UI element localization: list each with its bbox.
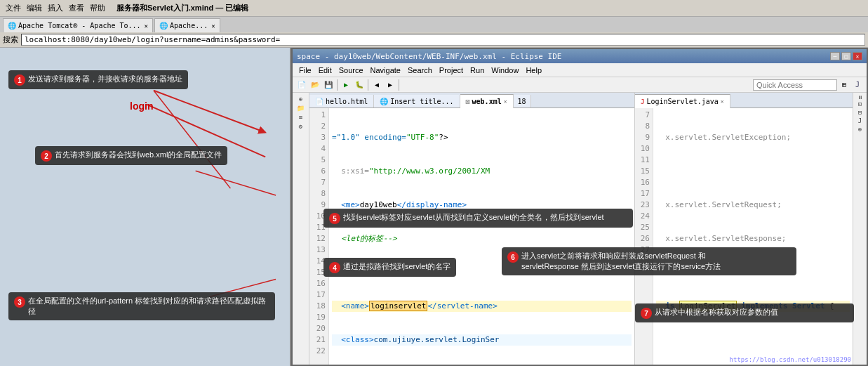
toolbar-debug-btn[interactable]: 🐛 [353,79,366,91]
servlet-code[interactable]: 78910 11 15 1617 232425 2627 x.servlet.S… [635,108,853,365]
editor-tabs-left: 📄 hello.html 🌐 Insert title... ⊠ web.xml… [309,93,634,108]
right-icon-2[interactable]: ⊡ [858,100,862,107]
right-icon-3[interactable]: ⊟ [858,109,862,116]
tab-webxml-active[interactable]: ⊠ web.xml ✕ [460,94,514,108]
eclipse-title-text: space - day10web/WebContent/WEB-INF/web.… [297,52,562,61]
eclipse-menu-window[interactable]: Window [488,65,522,75]
eclipse-titlebar: space - day10web/WebContent/WEB-INF/web.… [293,49,867,63]
browser-tab-tomcat1[interactable]: 🌐 Apache Tomcat® - Apache To... ✕ [3,18,153,32]
tab-icon-tomcat1: 🌐 [8,22,16,30]
toolbar-sep-1 [337,79,338,91]
xmind-tab: 服务器和Servlet入门.xmind — 已编辑 [114,3,251,13]
tab-xml-icon: ⊠ [466,98,470,105]
eclipse-menu-source[interactable]: Source [335,65,367,75]
editor-webxml: 📄 hello.html 🌐 Insert title... ⊠ web.xml… [309,93,635,365]
webxml-code-content[interactable]: ="1.0" encoding="UTF-8"?> s:xsi="http://… [329,108,634,365]
editor-servlet: J LoginServlet.java ✕ 78910 11 15 1617 2… [635,93,853,365]
eclipse-menu-run[interactable]: Run [467,65,488,75]
tab-insert-title[interactable]: 🌐 Insert title... [374,95,460,107]
toolbar-new-btn[interactable]: 📄 [295,79,308,91]
right-icon-1[interactable]: ≡ [857,96,864,99]
svg-line-1 [154,91,230,188]
menu-help[interactable]: 帮助 [87,3,108,13]
gutter-icon-4[interactable]: ⚙ [299,123,302,130]
eclipse-left-gutter: ⊕ 📁 ≡ ⚙ [293,93,309,365]
eclipse-menubar: File Edit Source Navigate Search Project… [293,63,867,77]
right-icon-5[interactable]: ⊕ [858,126,862,133]
eclipse-menu-file[interactable]: File [295,65,315,75]
eclipse-toolbar-1: 📄 📂 💾 ▶ 🐛 ◀ ▶ ⊞ J [293,77,867,93]
tab-close-tomcat2[interactable]: ✕ [211,22,215,30]
eclipse-minimize-btn[interactable]: ─ [830,52,840,60]
right-icon-4[interactable]: J [858,117,862,124]
browser-tab-tomcat2[interactable]: 🌐 Apache... ✕ [154,18,220,32]
login-label: login [130,100,153,112]
toolbar-open-btn[interactable]: 📂 [309,79,321,91]
quick-access-input[interactable] [753,79,837,91]
annotation-bubble-6: 6 进入servlet之前将请求和响应封装成servletRequest 和se… [502,247,796,275]
svg-line-3 [196,171,276,195]
gutter-icon-3[interactable]: ≡ [299,114,302,121]
menu-view[interactable]: 查看 [66,3,87,13]
eclipse-menu-help[interactable]: Help [522,65,545,75]
line-numbers-right: 78910 11 15 1617 232425 2627 [635,108,653,365]
search-label: 搜索 [3,34,18,45]
eclipse-maximize-btn[interactable]: □ [841,52,851,60]
line-numbers-left: 12345 678910 1112131415 1617181920 2122 [309,108,329,365]
eclipse-menu-navigate[interactable]: Navigate [367,65,404,75]
annotation-bubble-4: 4 通过是拟路径找到servlet的名字 [323,258,456,277]
tab-java-icon: J [641,98,644,105]
webxml-code[interactable]: 12345 678910 1112131415 1617181920 2122 … [309,108,634,365]
tab-html-icon: 📄 [315,98,323,105]
tab-label-tomcat2: Apache... [170,22,208,30]
tab-web-icon: 🌐 [380,98,388,105]
toolbar-back-btn[interactable]: ◀ [370,79,383,91]
svg-line-0 [154,91,265,133]
menu-insert[interactable]: 插入 [45,3,66,13]
toolbar-forward-btn[interactable]: ▶ [384,79,396,91]
eclipse-menu-project[interactable]: Project [436,65,467,75]
toolbar-sep-3 [399,79,399,91]
tab-xml-close[interactable]: ✕ [504,98,507,105]
annotation-bubble-3: 3 在全局配置的文件的url-pattern 标签找到对应的和请求路径匹配虚拟路… [8,292,275,320]
tab-loginservlet-active[interactable]: J LoginServlet.java ✕ [635,94,730,108]
annotation-bubble-2: 2 首先请求到服务器会找到web.xml的全局配置文件 [35,146,227,165]
toolbar-run-btn[interactable]: ▶ [340,79,352,91]
eclipse-menu-search[interactable]: Search [404,65,436,75]
toolbar-save-btn[interactable]: 💾 [322,79,335,91]
toolbar-perspective-btns[interactable]: ⊞ [838,79,850,91]
eclipse-close-btn[interactable]: ✕ [853,52,862,60]
editor-tabs-right: J LoginServlet.java ✕ [635,93,853,108]
annotation-bubble-7: 7 从请求中根据名称获取对应参数的值 [635,303,854,322]
address-bar[interactable] [21,34,865,46]
gutter-icon-2[interactable]: 📁 [297,105,305,112]
tab-close-tomcat1[interactable]: ✕ [145,22,148,30]
eclipse-window: space - day10web/WebContent/WEB-INF/web.… [291,48,868,366]
annotation-panel: 1 发送请求到服务器，并接收请求的服务器地址 login 2 首先请求到服务器会… [0,48,291,366]
tab-icon-tomcat2: 🌐 [159,22,168,30]
watermark: https://blog.csdn.net/u013018290 [730,356,851,363]
eclipse-right-icons: ≡ ⊡ ⊟ J ⊕ [853,93,867,365]
tab-servlet-close[interactable]: ✕ [721,98,724,105]
gutter-icon-1[interactable]: ⊕ [299,96,302,103]
tab-number-18[interactable]: 18 [514,95,531,107]
tab-hello-html[interactable]: 📄 hello.html [309,95,374,107]
tab-label-tomcat1: Apache Tomcat® - Apache To... [18,22,141,30]
toolbar-persp2-btn[interactable]: J [851,79,864,91]
toolbar-sep-2 [368,79,368,91]
menu-edit[interactable]: 编辑 [24,3,45,13]
annotation-bubble-5: 5 找到servlet标签对应servlet从而找到自定义servlet的全类名… [323,209,633,228]
menu-file[interactable]: 文件 [3,3,24,13]
servlet-code-content[interactable]: x.servlet.ServletException; x.servlet.Se… [653,108,853,365]
eclipse-menu-edit[interactable]: Edit [315,65,335,75]
annotation-bubble-1: 1 发送请求到服务器，并接收请求的服务器地址 [8,70,188,89]
